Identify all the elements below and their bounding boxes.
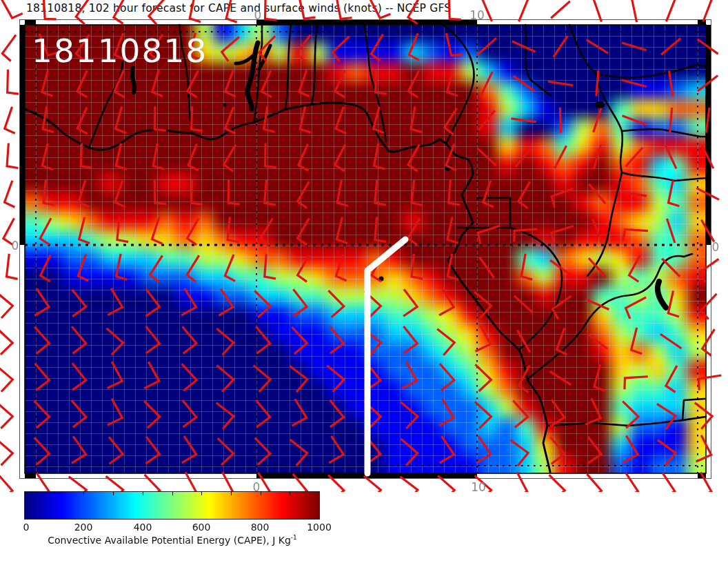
colorbar-caption: Convective Available Potential Energy (C… <box>14 534 331 546</box>
chart-title: 18110818, 102 hour forecast for CAPE and… <box>26 2 451 14</box>
forecast-chart-page: 18110818, 102 hour forecast for CAPE and… <box>0 0 728 563</box>
cbar-tick-200: 200 <box>74 522 93 533</box>
cbar-tick-400: 400 <box>134 522 152 533</box>
cbar-tick-0: 0 <box>23 522 30 533</box>
axis-right-0: 0 <box>709 240 722 254</box>
axis-bottom-10: 10 <box>469 480 488 494</box>
init-date-label: 18110818 <box>32 32 208 70</box>
colorbar-gradient <box>25 492 319 519</box>
colorbar-caption-text: Convective Available Potential Energy (C… <box>48 535 291 546</box>
cbar-tick-1000: 1000 <box>307 522 332 533</box>
axis-top-0: 0 <box>250 8 266 22</box>
cbar-tick-600: 600 <box>192 522 211 533</box>
colorbar <box>25 492 319 519</box>
cape-heatmap-canvas <box>25 25 706 473</box>
colorbar-tick-labels: 0 200 400 600 800 1000 <box>25 522 319 533</box>
axis-left-0: 0 <box>8 239 22 253</box>
colorbar-caption-sup: -1 <box>291 534 297 541</box>
cbar-tick-800: 800 <box>251 522 270 533</box>
axis-top-10: 10 <box>467 8 487 22</box>
